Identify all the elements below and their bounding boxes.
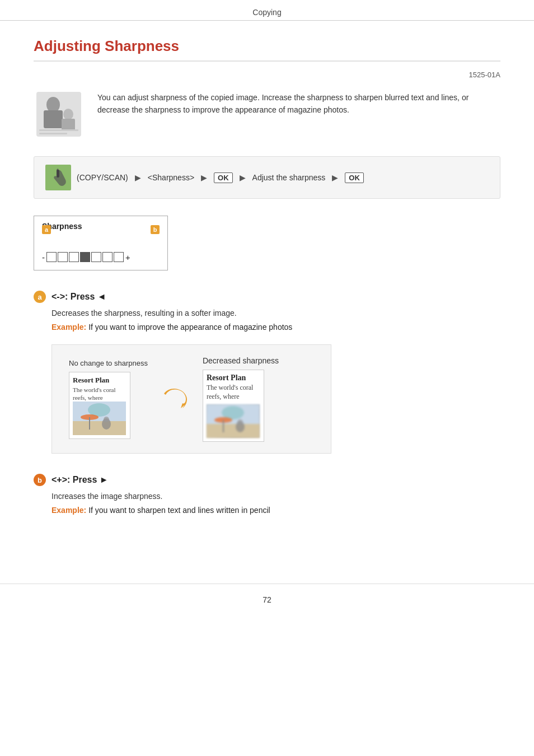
page-content: Adjusting Sharpness 1525-01A You can adj… bbox=[0, 21, 534, 561]
intro-section: You can adjust sharpness of the copied i… bbox=[34, 89, 500, 139]
section-b-example: Example: If you want to sharpen text and… bbox=[51, 505, 500, 516]
ok-badge-2: OK bbox=[345, 172, 364, 183]
arrow-1: ▶ bbox=[135, 173, 141, 182]
ok-badge-1: OK bbox=[214, 172, 233, 183]
arrow-indicator bbox=[161, 382, 189, 416]
sharpness-scale: - + bbox=[42, 252, 160, 262]
page-number: 72 bbox=[0, 584, 534, 615]
hand-icon bbox=[50, 167, 67, 188]
scale-box-filled bbox=[80, 252, 90, 262]
svg-rect-9 bbox=[73, 421, 126, 435]
comp-subtitle-decreased: The world's coral reefs, where bbox=[207, 384, 260, 401]
sharpness-widget-title: Sharpness bbox=[42, 222, 160, 231]
scale-box-4 bbox=[91, 252, 101, 262]
example-a-label: Example: bbox=[51, 323, 86, 332]
instruction-adjust: Adjust the sharpness bbox=[252, 173, 326, 182]
scale-box-3 bbox=[69, 252, 79, 262]
camera-svg bbox=[34, 89, 84, 139]
comp-subtitle-orig: The world's coral reefs, where bbox=[73, 386, 127, 402]
no-change-label: No change to sharpness bbox=[69, 359, 148, 367]
svg-rect-2 bbox=[44, 110, 63, 128]
section-a-example: Example: If you want to improve the appe… bbox=[51, 321, 500, 333]
arrow-4: ▶ bbox=[332, 173, 338, 182]
camera-icon bbox=[34, 89, 84, 139]
decreased-label: Decreased sharpness bbox=[203, 356, 279, 365]
circle-badge-a: a bbox=[34, 291, 46, 303]
top-bar: Copying bbox=[0, 0, 534, 21]
arrow-2: ▶ bbox=[201, 173, 207, 182]
example-b-text: If you want to sharpen text and lines wr… bbox=[88, 506, 270, 515]
comp-title-decreased: Resort Plan bbox=[207, 374, 260, 382]
section-a-header: a <->: Press ◄ bbox=[34, 291, 500, 303]
badge-a: a bbox=[42, 225, 51, 234]
circle-badge-b: b bbox=[34, 474, 46, 486]
comp-title-orig: Resort Plan bbox=[73, 376, 127, 385]
beach-svg-decreased bbox=[207, 404, 260, 438]
svg-rect-5 bbox=[39, 129, 78, 131]
plus-sign: + bbox=[125, 253, 130, 262]
comparison-box: No change to sharpness Resort Plan The w… bbox=[51, 344, 331, 454]
arrow-3: ▶ bbox=[240, 173, 246, 182]
svg-rect-7 bbox=[57, 170, 59, 178]
svg-point-3 bbox=[63, 109, 73, 120]
section-b-title: <+>: Press ► bbox=[51, 475, 109, 485]
svg-point-1 bbox=[46, 97, 60, 113]
minus-sign: - bbox=[42, 253, 45, 262]
svg-rect-6 bbox=[39, 133, 67, 134]
top-bar-label: Copying bbox=[252, 8, 281, 17]
page-title: Adjusting Sharpness bbox=[34, 38, 500, 62]
comp-right: Decreased sharpness Resort Plan The worl… bbox=[203, 356, 279, 442]
scale-box-1 bbox=[46, 252, 57, 262]
sharpness-scale-container: a b - + bbox=[42, 235, 160, 262]
beach-scene-decreased bbox=[207, 404, 260, 438]
instruction-copy-scan: (COPY/SCAN) bbox=[77, 173, 128, 182]
beach-svg-orig bbox=[73, 402, 126, 435]
section-a-title: <->: Press ◄ bbox=[51, 292, 106, 302]
beach-scene-orig bbox=[73, 402, 126, 435]
scale-box-5 bbox=[102, 252, 113, 262]
ref-number: 1525-01A bbox=[34, 71, 500, 79]
section-a-desc: Decreases the sharpness, resulting in a … bbox=[51, 307, 500, 319]
original-image: Resort Plan The world's coral reefs, whe… bbox=[69, 372, 130, 440]
decreased-image: Resort Plan The world's coral reefs, whe… bbox=[203, 370, 264, 442]
comp-left: No change to sharpness Resort Plan The w… bbox=[69, 359, 148, 440]
instruction-sharpness: <Sharpness> bbox=[148, 173, 194, 182]
scale-box-6 bbox=[114, 252, 124, 262]
arrow-svg bbox=[161, 382, 189, 410]
example-a-text: If you want to improve the appearance of… bbox=[88, 323, 292, 332]
svg-rect-4 bbox=[62, 119, 75, 131]
svg-rect-16 bbox=[207, 424, 260, 438]
instruction-bar: (COPY/SCAN) ▶ <Sharpness> ▶ OK ▶ Adjust … bbox=[34, 156, 500, 199]
section-b-desc: Increases the image sharpness. bbox=[51, 491, 500, 502]
badge-b: b bbox=[151, 225, 160, 234]
example-b-label: Example: bbox=[51, 506, 86, 515]
svg-point-21 bbox=[237, 419, 243, 425]
svg-point-14 bbox=[104, 417, 109, 422]
intro-text: You can adjust sharpness of the copied i… bbox=[97, 89, 500, 116]
scale-box-2 bbox=[58, 252, 68, 262]
section-b-header: b <+>: Press ► bbox=[34, 474, 500, 486]
hand-icon-box bbox=[45, 165, 71, 190]
sharpness-widget: Sharpness a b - + bbox=[34, 216, 168, 270]
